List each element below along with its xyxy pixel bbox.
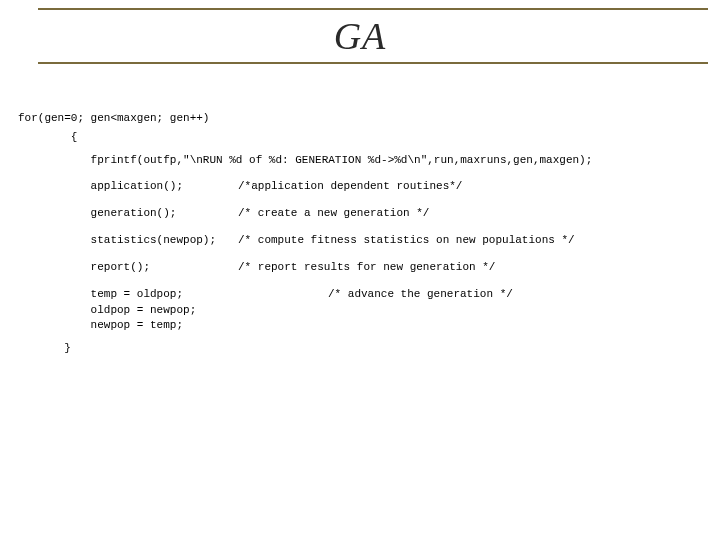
code-report-comment: /* report results for new generation */ xyxy=(238,261,495,274)
code-fprintf: fprintf(outfp,"\nRUN %d of %d: GENERATIO… xyxy=(18,154,714,167)
code-block: for(gen=0; gen<maxgen; gen++) { fprintf(… xyxy=(18,112,714,355)
code-advance-1: temp = oldpop; /* advance the generation… xyxy=(18,288,714,301)
code-advance-comment: /* advance the generation */ xyxy=(328,288,513,301)
code-close-brace: } xyxy=(18,342,714,355)
code-advance-2-lhs: oldpop = newpop; xyxy=(18,304,328,317)
code-advance-3: newpop = temp; xyxy=(18,319,714,332)
code-advance-3-lhs: newpop = temp; xyxy=(18,319,328,332)
code-report-call: report(); xyxy=(18,261,238,274)
title-area: GA xyxy=(0,0,720,72)
code-for: for(gen=0; gen<maxgen; gen++) xyxy=(18,112,714,125)
code-application: application(); /*application dependent r… xyxy=(18,180,714,193)
code-statistics-call: statistics(newpop); xyxy=(18,234,238,247)
code-report: report(); /* report results for new gene… xyxy=(18,261,714,274)
code-advance-2: oldpop = newpop; xyxy=(18,304,714,317)
code-statistics-comment: /* compute fitness statistics on new pop… xyxy=(238,234,575,247)
rule-bottom xyxy=(38,62,708,64)
code-generation-call: generation(); xyxy=(18,207,238,220)
code-application-call: application(); xyxy=(18,180,238,193)
rule-top xyxy=(38,8,708,10)
slide: GA for(gen=0; gen<maxgen; gen++) { fprin… xyxy=(0,0,720,540)
code-advance-1-lhs: temp = oldpop; xyxy=(18,288,328,301)
code-statistics: statistics(newpop); /* compute fitness s… xyxy=(18,234,714,247)
code-open-brace: { xyxy=(18,131,714,144)
code-generation-comment: /* create a new generation */ xyxy=(238,207,429,220)
code-application-comment: /*application dependent routines*/ xyxy=(238,180,462,193)
code-generation: generation(); /* create a new generation… xyxy=(18,207,714,220)
slide-title: GA xyxy=(0,14,720,58)
